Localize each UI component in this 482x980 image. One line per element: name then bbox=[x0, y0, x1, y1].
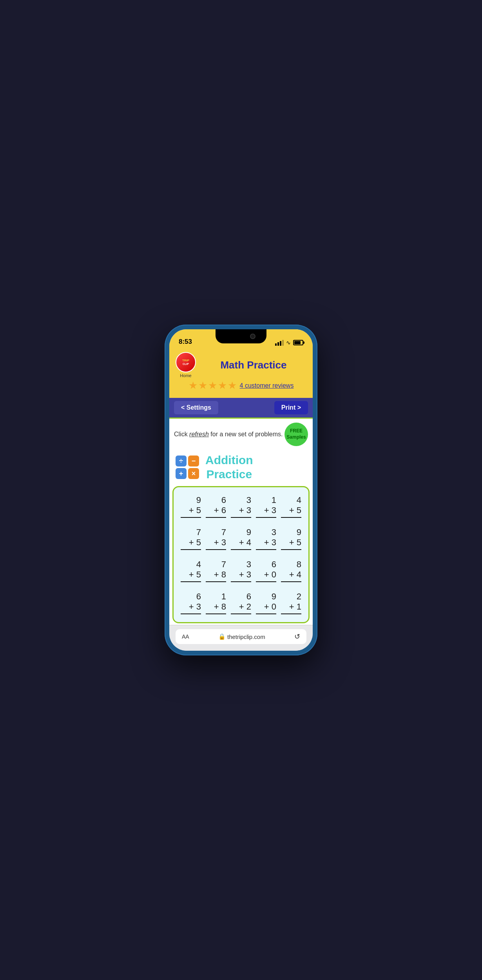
star-2: ★ bbox=[198, 379, 207, 392]
app-title: Math Practice bbox=[201, 359, 306, 371]
practice-title-line2: Practice bbox=[205, 467, 253, 481]
signal-bars bbox=[275, 340, 284, 346]
num1: 7 bbox=[221, 527, 226, 537]
num1: 3 bbox=[246, 559, 251, 570]
star-4: ★ bbox=[218, 379, 227, 392]
font-size-button[interactable]: AA bbox=[182, 633, 189, 640]
answer-line bbox=[231, 613, 251, 614]
problem-3-2: 7 + 8 bbox=[206, 559, 226, 582]
num2: + 8 bbox=[214, 602, 226, 612]
num1: 3 bbox=[246, 495, 251, 505]
header-top: TRIP CLIP Home Math Practice bbox=[176, 352, 306, 378]
answer-line bbox=[256, 549, 276, 550]
problem-2-2: 7 + 3 bbox=[206, 527, 226, 550]
yellow-header: TRIP CLIP Home Math Practice ★ ★ ★ ★ ★ 4… bbox=[169, 349, 313, 398]
tabs-button[interactable] bbox=[283, 649, 301, 651]
back-button[interactable]: ‹ bbox=[181, 649, 193, 651]
num2: + 3 bbox=[239, 570, 251, 580]
notch bbox=[216, 329, 266, 343]
answer-line bbox=[181, 613, 201, 614]
num2: + 3 bbox=[264, 505, 276, 515]
answer-line bbox=[231, 517, 251, 518]
practice-title: Addition Practice bbox=[205, 453, 253, 481]
problem-2-4: 3 + 3 bbox=[256, 527, 276, 550]
toolbar: < Settings Print > bbox=[169, 398, 313, 419]
bookmarks-button[interactable] bbox=[255, 649, 273, 651]
logo-trip-text: TRIP bbox=[182, 359, 189, 363]
print-button[interactable]: Print > bbox=[274, 401, 308, 414]
problem-2-3: 9 + 4 bbox=[231, 527, 251, 550]
answer-line bbox=[231, 581, 251, 582]
num1: 6 bbox=[246, 592, 251, 602]
num1: 9 bbox=[196, 495, 201, 505]
phone-frame: 8:53 ∿ TRIP bbox=[165, 325, 317, 655]
num2: + 5 bbox=[289, 505, 301, 515]
problem-3-3: 3 + 3 bbox=[231, 559, 251, 582]
problem-3-4: 6 + 0 bbox=[256, 559, 276, 582]
num2: + 2 bbox=[239, 602, 251, 612]
problems-container: 9 + 5 6 + 6 3 + 3 1 bbox=[172, 486, 310, 623]
stars: ★ ★ ★ ★ ★ bbox=[188, 379, 237, 392]
home-label[interactable]: Home bbox=[180, 373, 191, 378]
star-1: ★ bbox=[188, 379, 198, 392]
url-text[interactable]: thetripclip.com bbox=[227, 633, 265, 640]
star-5: ★ bbox=[228, 379, 237, 392]
problem-1-4: 1 + 3 bbox=[256, 495, 276, 518]
answer-line bbox=[281, 517, 301, 518]
num2: + 3 bbox=[264, 537, 276, 548]
badge-line2: Samples bbox=[286, 434, 306, 441]
status-icons: ∿ bbox=[275, 339, 303, 346]
main-content: < Settings Print > Click refresh for a n… bbox=[169, 398, 313, 651]
num1: 6 bbox=[196, 592, 201, 602]
problem-2-1: 7 + 5 bbox=[181, 527, 201, 550]
star-3: ★ bbox=[208, 379, 217, 392]
problem-4-2: 1 + 8 bbox=[206, 592, 226, 614]
free-samples-badge[interactable]: FREE Samples bbox=[284, 423, 308, 446]
num1: 1 bbox=[272, 495, 276, 505]
refresh-link[interactable]: refresh bbox=[189, 431, 209, 437]
signal-bar-3 bbox=[280, 341, 281, 346]
url-bar: AA 🔒 thetripclip.com ↺ bbox=[176, 629, 306, 644]
num1: 4 bbox=[196, 559, 201, 570]
problems-row-2: 7 + 5 7 + 3 9 + 4 3 bbox=[175, 523, 307, 552]
battery-fill bbox=[294, 341, 301, 344]
answer-line bbox=[281, 581, 301, 582]
badge-line1: FREE bbox=[290, 428, 303, 434]
settings-button[interactable]: < Settings bbox=[174, 401, 218, 414]
refresh-prefix: Click bbox=[174, 431, 189, 437]
num1: 7 bbox=[221, 559, 226, 570]
wifi-icon: ∿ bbox=[286, 339, 291, 346]
reload-button[interactable]: ↺ bbox=[294, 632, 300, 641]
problem-1-2: 6 + 6 bbox=[206, 495, 226, 518]
answer-line bbox=[181, 549, 201, 550]
answer-line bbox=[281, 549, 301, 550]
logo-container[interactable]: TRIP CLIP Home bbox=[176, 352, 196, 378]
num2: + 3 bbox=[189, 602, 201, 612]
answer-line bbox=[206, 613, 226, 614]
share-button[interactable] bbox=[226, 649, 244, 651]
forward-button[interactable]: › bbox=[203, 649, 216, 651]
num2: + 5 bbox=[189, 570, 201, 580]
answer-line bbox=[206, 581, 226, 582]
problems-row-4: 6 + 3 1 + 8 6 + 2 9 bbox=[175, 587, 307, 616]
minus-icon: − bbox=[188, 456, 199, 466]
problems-row-1: 9 + 5 6 + 6 3 + 3 1 bbox=[175, 490, 307, 519]
url-display: 🔒 thetripclip.com bbox=[218, 633, 265, 640]
problem-1-5: 4 + 5 bbox=[281, 495, 301, 518]
num1: 4 bbox=[297, 495, 301, 505]
status-time: 8:53 bbox=[179, 338, 192, 346]
divide-icon: ÷ bbox=[176, 456, 187, 466]
review-link[interactable]: 4 customer reviews bbox=[240, 382, 294, 389]
answer-line bbox=[181, 517, 201, 518]
problem-4-3: 6 + 2 bbox=[231, 592, 251, 614]
num2: + 5 bbox=[189, 505, 201, 515]
num1: 6 bbox=[221, 495, 226, 505]
browser-nav: ‹ › bbox=[176, 647, 306, 651]
signal-bar-2 bbox=[277, 342, 279, 346]
answer-line bbox=[206, 517, 226, 518]
signal-bar-1 bbox=[275, 343, 277, 346]
lock-icon: 🔒 bbox=[218, 633, 226, 640]
num1: 8 bbox=[297, 559, 301, 570]
problem-1-3: 3 + 3 bbox=[231, 495, 251, 518]
problem-1-1: 9 + 5 bbox=[181, 495, 201, 518]
